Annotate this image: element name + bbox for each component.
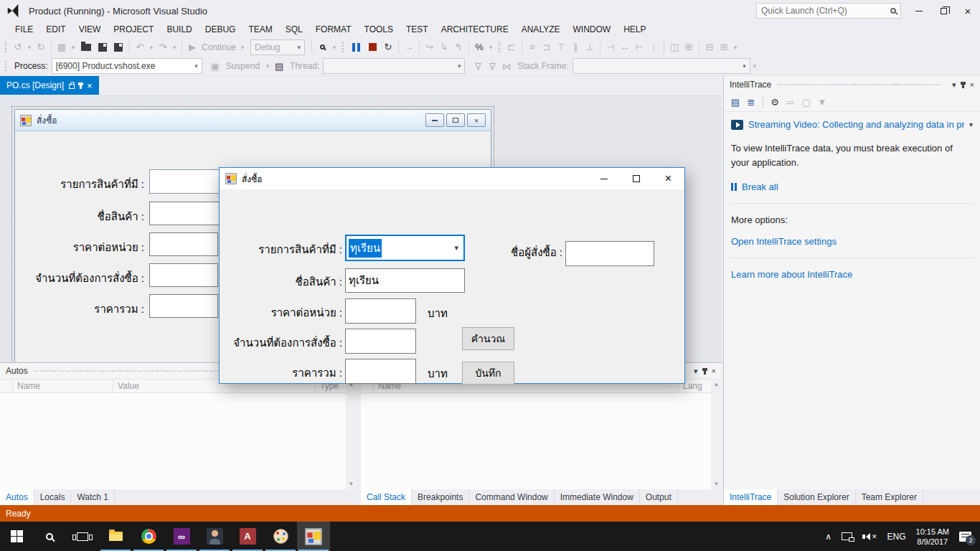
clock[interactable]: 10:15 AM8/9/2017 [911,522,954,551]
open-intellitrace-settings-link[interactable]: Open IntelliTrace settings [731,236,973,247]
window-position-dropdown-icon[interactable]: ▾ [694,367,698,376]
stack-frame-combo[interactable]: ▾ [573,58,750,74]
solution-configuration-combo[interactable]: Debug ▾ [250,39,305,55]
streaming-video-link[interactable]: Streaming Video: Collecting and analyzin… [748,119,964,130]
volume-muted-icon[interactable]: ✕ [857,522,882,551]
dialog-maximize-button[interactable] [620,168,652,189]
autos-scrollbar[interactable]: ▲ ▼ [346,379,357,489]
hex-dropdown-icon[interactable]: ▾ [486,39,495,55]
navigate-forward-icon[interactable]: ↻ [34,39,48,55]
minimize-button[interactable] [907,0,931,22]
redo-dropdown-icon[interactable]: ▾ [170,39,179,55]
tab-breakpoints[interactable]: Breakpoints [412,489,469,505]
make-same-size-icon[interactable]: ↕ [646,39,661,55]
continue-dropdown-icon[interactable]: ▾ [238,39,247,55]
thread-combo[interactable]: ▾ [323,58,465,74]
buyer-textbox[interactable] [565,241,654,266]
dialog-close-button[interactable]: × [652,168,684,189]
pin-icon[interactable] [80,83,82,89]
winforms-app-button[interactable] [297,522,330,551]
events-view-icon[interactable]: ▤ [728,95,743,110]
pin-icon[interactable] [962,82,964,88]
toolbar-grip[interactable] [498,42,501,53]
tray-expand-icon[interactable]: ∧ [820,522,837,551]
find-dropdown-icon[interactable]: ▾ [330,39,339,55]
window-position-dropdown-icon[interactable]: ▾ [952,80,956,90]
save-icon[interactable] [98,43,107,52]
video-dropdown-icon[interactable]: ▾ [969,121,973,128]
menu-format[interactable]: FORMAT [309,23,358,36]
designer-form-titlebar[interactable]: สั่งซื้อ × [15,110,491,131]
process-combo[interactable]: [6900] Product.vshost.exe ▾ [52,58,202,74]
align-lefts-icon[interactable]: ⊏ [504,39,519,55]
designer-unit-price-textbox[interactable] [149,232,218,256]
menu-tools[interactable]: TOOLS [358,23,400,36]
tab-intellitrace[interactable]: IntelliTrace [724,489,778,505]
product-list-combobox[interactable]: ทุเรียน ▾ [345,235,465,261]
dialog-minimize-button[interactable] [588,168,620,189]
menu-edit[interactable]: EDIT [39,23,72,36]
navigate-back-icon[interactable]: ↺ [11,39,25,55]
break-all-icon[interactable] [352,43,360,52]
visual-studio-button[interactable]: ∞ [165,522,198,551]
toolbar-grip[interactable] [341,42,345,53]
menu-team[interactable]: TEAM [242,23,278,36]
suspend-label[interactable]: Suspend [226,61,260,71]
menu-window[interactable]: WINDOW [567,23,618,36]
menu-build[interactable]: BUILD [160,23,198,36]
network-icon[interactable] [837,522,857,551]
align-middles-icon[interactable]: ∥ [568,39,583,55]
file-explorer-button[interactable] [99,522,132,551]
callstack-scrollbar[interactable]: ▲ ▼ [711,379,722,489]
unit-price-textbox[interactable] [345,298,416,324]
vertical-spacing-icon[interactable]: ⊞ [682,39,696,55]
tab-team-explorer[interactable]: Team Explorer [856,489,923,505]
quantity-textbox[interactable] [345,329,416,354]
align-bottoms-icon[interactable]: ⊥ [583,39,597,55]
align-centers-icon[interactable]: ≡ [525,39,540,55]
start-button[interactable] [0,522,33,551]
menu-help[interactable]: HELP [617,23,652,36]
align-tops-icon[interactable]: ⊤ [554,39,568,55]
order-dialog-window[interactable]: สั่งซื้อ × รายการสินค้าที่มี : ทุเรียน ▾… [219,167,685,384]
access-button[interactable]: A [231,522,264,551]
toolbar-grip[interactable] [4,60,8,72]
tab-close-icon[interactable]: × [87,81,93,90]
save-log-icon[interactable]: ▼ [815,95,829,110]
streaming-video-row[interactable]: Streaming Video: Collecting and analyzin… [731,119,973,130]
menu-test[interactable]: TEST [400,23,435,36]
window-clock-icon[interactable]: ▢ [799,95,814,110]
stop-debugging-icon[interactable] [369,43,377,51]
intellitrace-panel-header[interactable]: IntelliTrace ▾ × [724,76,980,93]
bring-to-front-icon[interactable]: ⊟ [702,39,717,55]
quick-launch-input[interactable] [761,6,887,16]
designer-quantity-textbox[interactable] [149,263,218,287]
designer-maximize-button[interactable] [446,113,465,127]
total-textbox[interactable] [345,359,416,384]
break-all-link[interactable]: Break all [742,182,778,192]
menu-debug[interactable]: DEBUG [199,23,242,36]
menu-file[interactable]: FILE [9,23,39,36]
scroll-up-icon[interactable]: ▲ [714,381,720,387]
tab-po-design[interactable]: PO.cs [Design] × [0,76,99,95]
save-button[interactable]: บันทึก [462,362,514,385]
tab-immediate-window[interactable]: Immediate Window [555,489,640,505]
product-name-textbox[interactable]: ทุเรียน [345,268,465,293]
open-file-icon[interactable] [81,44,91,51]
menu-sql[interactable]: SQL [279,23,309,36]
suspend-dropdown-icon[interactable]: ▾ [263,58,272,74]
scroll-down-icon[interactable]: ▼ [714,481,720,487]
new-item-dropdown-icon[interactable]: ▾ [69,39,77,55]
pin-icon[interactable] [704,368,706,375]
continue-label[interactable]: Continue [202,42,236,52]
thread-icon[interactable]: ▤ [272,58,286,74]
quick-launch-box[interactable] [756,3,901,19]
undo-dropdown-icon[interactable]: ▾ [147,39,156,55]
goto-event-icon[interactable]: ⇨ [783,95,798,110]
language-indicator[interactable]: ENG [882,522,911,551]
step-over-icon[interactable]: ↳ [437,39,451,55]
size-to-grid-icon[interactable]: ↔ [618,39,632,55]
tab-locals[interactable]: Locals [34,489,72,505]
taskbar-search-button[interactable] [33,522,66,551]
debugbar-overflow-icon[interactable]: ▾ [750,58,759,74]
